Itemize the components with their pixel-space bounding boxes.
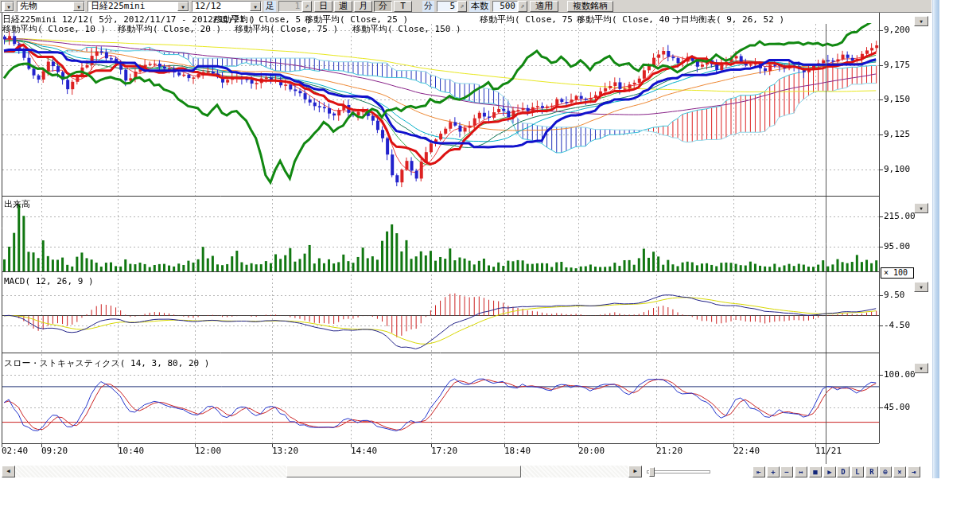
- legend-item: 移動平均( Close, 75 ): [480, 14, 583, 25]
- y-axis-label: 100.00: [884, 369, 916, 380]
- symbol-combo-value: 日経225mini: [91, 0, 145, 12]
- d-mode-button[interactable]: D: [837, 466, 850, 477]
- zoom-slider-track[interactable]: [647, 470, 710, 473]
- legend-item: 移動平均( Close, 75 ): [235, 23, 338, 35]
- spinner-icon[interactable]: ⇗: [518, 1, 527, 12]
- y-axis-label: 215.00: [884, 211, 916, 221]
- x-axis-label: 11/21: [815, 446, 842, 456]
- mini-combo[interactable]: ▼: [1, 1, 14, 12]
- count-spinner[interactable]: 500 ⇗: [492, 1, 527, 12]
- minutes-spinner[interactable]: 5 ⇗: [437, 1, 467, 12]
- chevron-down-icon[interactable]: ▼: [73, 2, 84, 11]
- play-button[interactable]: ▶: [823, 466, 836, 477]
- jump-start-button[interactable]: ⇤: [752, 466, 765, 477]
- period-button-3[interactable]: 分: [374, 1, 392, 12]
- x-axis-label: 02:40: [2, 446, 28, 456]
- volume-multiplier-badge: × 100: [881, 267, 914, 279]
- x-axis-label: 10:40: [118, 446, 144, 456]
- apply-button[interactable]: 適用: [530, 1, 558, 12]
- y-axis-label: 9,100: [884, 164, 910, 174]
- x-axis-label: 18:40: [504, 446, 531, 456]
- spinner-icon[interactable]: ⇗: [302, 1, 312, 12]
- y-axis-label: 45.00: [884, 402, 910, 412]
- scroll-right-button[interactable]: ▶: [628, 466, 642, 477]
- trading-chart-window: ▼ 先物 ▼ 日経225mini ▼ 12/12 ▼ 足 1 ⇗ 日週月分T 分…: [0, 0, 980, 530]
- fit-width-button[interactable]: ↔: [795, 466, 807, 477]
- l-mode-button[interactable]: L: [851, 466, 864, 477]
- zoom-in-button[interactable]: +: [767, 466, 780, 477]
- y-axis-label: 9,125: [884, 129, 910, 139]
- volume-pane-label: 出来高: [4, 198, 30, 210]
- legend-item: 移動平均( Close, 10 ): [2, 23, 106, 35]
- chevron-down-icon[interactable]: ▼: [250, 2, 261, 11]
- legend-item: 移動平均( Close, 20 ): [118, 23, 221, 35]
- interval-value: 1: [278, 1, 302, 12]
- legend-item: 移動平均( Close, 40 ): [577, 14, 680, 25]
- macd-pane-label: MACD( 12, 26, 9 ): [4, 276, 94, 286]
- legend-item: 一目均衡表( 9, 26, 52 ): [672, 14, 784, 25]
- top-toolbar: ▼ 先物 ▼ 日経225mini ▼ 12/12 ▼ 足 1 ⇗ 日週月分T 分…: [0, 0, 931, 13]
- minutes-label: 分: [422, 1, 434, 12]
- scroll-left-button[interactable]: ◀: [2, 466, 15, 477]
- x-axis-label: 09:20: [41, 446, 68, 456]
- magnify-button[interactable]: ⊕: [879, 466, 892, 477]
- pane-menu-arrow-button[interactable]: ▼: [914, 282, 928, 292]
- zoom-out-button[interactable]: −: [780, 466, 793, 477]
- legend-item: 移動平均( Close, 150 ): [352, 23, 461, 35]
- pane-menu-arrow-button[interactable]: ▼: [914, 203, 928, 213]
- x-axis-label: 20:00: [578, 446, 605, 456]
- stop-button[interactable]: ■: [809, 466, 822, 477]
- period-button-0[interactable]: 日: [314, 1, 332, 12]
- y-axis-label: 9,175: [884, 60, 910, 70]
- spinner-icon[interactable]: ⇗: [457, 1, 467, 12]
- period-button-group: 日週月分T: [314, 1, 412, 12]
- y-axis-label: 95.00: [884, 241, 910, 251]
- count-label: 本数: [469, 1, 490, 12]
- y-axis-label: 9,150: [884, 94, 910, 104]
- vertical-scrollbar[interactable]: [932, 0, 939, 478]
- x-axis-label: 14:40: [351, 446, 377, 456]
- r-mode-button[interactable]: R: [865, 466, 878, 477]
- x-axis-label: 17:20: [431, 446, 457, 456]
- stoch-pane-label: スロー・ストキャスティクス( 14, 3, 80, 20 ): [4, 357, 209, 369]
- chevron-down-icon[interactable]: ▼: [177, 2, 189, 11]
- bar-type-label: 足: [264, 1, 276, 12]
- contract-combo[interactable]: 12/12 ▼: [192, 1, 262, 12]
- x-axis-label: 21:20: [656, 446, 682, 456]
- period-button-1[interactable]: 週: [334, 1, 352, 12]
- interval-spinner: 1 ⇗: [278, 1, 312, 12]
- count-value[interactable]: 500: [492, 1, 518, 12]
- y-axis-label: 9,200: [884, 25, 910, 35]
- market-combo-value: 先物: [20, 0, 37, 12]
- close-button[interactable]: ×: [893, 466, 906, 477]
- period-button-4[interactable]: T: [394, 1, 412, 12]
- y-axis-label: -4.50: [884, 320, 910, 330]
- period-button-2[interactable]: 月: [354, 1, 372, 12]
- market-combo[interactable]: 先物 ▼: [17, 1, 85, 12]
- pane-menu-arrow-button[interactable]: ▼: [914, 363, 928, 373]
- symbol-combo[interactable]: 日経225mini ▼: [88, 1, 189, 12]
- scrollbar-thumb[interactable]: [286, 466, 521, 477]
- chart-canvas[interactable]: [0, 0, 980, 466]
- zoom-slider-thumb[interactable]: [649, 467, 655, 477]
- chevron-down-icon[interactable]: ▼: [4, 2, 14, 11]
- x-axis-label: 13:20: [272, 446, 298, 456]
- pane-menu-arrow-button[interactable]: ▼: [914, 16, 928, 26]
- jump-end-button[interactable]: ⇥: [908, 466, 920, 477]
- contract-combo-value: 12/12: [195, 1, 221, 11]
- minutes-value[interactable]: 5: [437, 1, 457, 12]
- multi-symbol-button[interactable]: 複数銘柄: [567, 1, 613, 12]
- y-axis-label: 9.50: [884, 290, 905, 300]
- x-axis-label: 12:00: [195, 446, 221, 456]
- x-axis-label: 22:40: [733, 446, 760, 456]
